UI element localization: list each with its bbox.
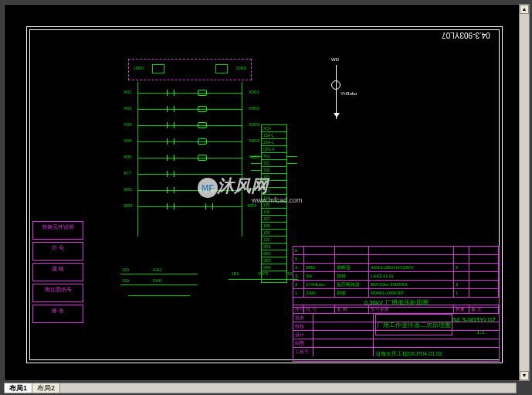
- terminal-strip: XC4 1SA-L 2SA-L QF1-4 701 701 702 101 10…: [261, 124, 287, 283]
- revision-table: 替换元件说明 符 号 规 格 附近图纸号 修 改: [32, 221, 83, 325]
- rev-cell: 替换元件说明: [32, 221, 83, 240]
- fuse-label-l: 1SRD: [134, 66, 144, 70]
- switch-group: 1RA 4SYR 702: [229, 271, 303, 295]
- terminal-row: SR4: [262, 264, 286, 271]
- project-name: 沿海水库工程DXJ704-01.02: [375, 350, 442, 358]
- terminal-row: 105: [262, 202, 286, 209]
- layout-tab-2[interactable]: 布局2: [32, 383, 60, 393]
- rev-cell: 规 格: [32, 263, 83, 281]
- terminal-row: 108: [262, 223, 286, 230]
- terminal-row: 106: [262, 209, 286, 216]
- terminal-row: 702: [262, 167, 286, 174]
- terminal-row: 109: [262, 230, 286, 237]
- fuse-2: [215, 64, 228, 73]
- terminal-row: SR1: [262, 243, 286, 250]
- scroll-up-button[interactable]: ▲: [520, 5, 529, 14]
- cad-viewport: 04.3-903YL07 WD YH3uko 1SRD 2SRD X01 X00…: [0, 0, 532, 395]
- rev-cell: 修 改: [32, 305, 83, 323]
- drawing-canvas[interactable]: 04.3-903YL07 WD YH3uko 1SRD 2SRD X01 X00…: [4, 4, 528, 381]
- layout-tab-1[interactable]: 布局1: [5, 383, 32, 393]
- terminal-row: 102: [262, 181, 286, 188]
- terminal-row: 104: [262, 195, 286, 202]
- fuse-1: [152, 64, 164, 73]
- terminal-row: SR3: [262, 257, 286, 264]
- fuse-label-r: 2SRD: [236, 66, 246, 70]
- single-line-diagram: WD YH3uko: [317, 65, 356, 127]
- title-block-lower: 序号 代 号 名 称 型号参数 数量 备 注 批准 校核 设计 制图 工程号 厂…: [293, 305, 499, 361]
- relay-group: 1SA A441 1SA D441: [120, 267, 213, 306]
- terminal-row: QF1-4: [262, 146, 286, 153]
- drawing-title: 厂用工作变压器二次原理图: [375, 314, 452, 335]
- sld-top-label: WD: [331, 57, 339, 62]
- rev-cell: 附近图纸号: [32, 284, 83, 302]
- terminal-row: XC4: [262, 125, 286, 132]
- terminal-row: 701: [262, 160, 286, 167]
- flipped-drawing-number: 04.3-903YL07: [442, 31, 490, 39]
- sld-mid-label: YH3uko: [341, 91, 357, 96]
- rev-cell: 符 号: [32, 242, 83, 260]
- terminal-row: 103: [262, 188, 286, 195]
- terminal-row: 2SA-L: [262, 139, 286, 146]
- terminal-row: 1SA-L: [262, 132, 286, 139]
- terminal-row: 110: [262, 237, 286, 243]
- scroll-down-button[interactable]: ▼: [520, 371, 529, 380]
- parts-list: 6 5 4SRD熔断器AM16-250A DC220V2 3SA按钮LA42-1…: [293, 247, 499, 305]
- fuse-enclosure: 1SRD 2SRD: [128, 59, 252, 80]
- drawing-number: 04.3-903YL07: [452, 316, 496, 324]
- terminal-row: 107: [262, 216, 286, 223]
- layout-tab-bar: 布局1 布局2: [4, 383, 517, 393]
- vertical-scrollbar[interactable]: ▲ ▼: [519, 4, 530, 381]
- terminal-row: SR2: [262, 250, 286, 257]
- terminal-row: 101: [262, 174, 286, 181]
- drawing-scale: 1:1: [476, 329, 485, 335]
- terminal-row: 701: [262, 153, 286, 160]
- title-block: 6 5 4SRD熔断器AM16-250A DC220V2 3SA按钮LA42-1…: [293, 246, 500, 362]
- schematic-block: 1SRD 2SRD X01 X001 X02 X002 X03 X003 X04…: [128, 59, 252, 244]
- ladder-diagram: X01 X001 X02 X002 X03 X003 X04 X004 X05 …: [128, 82, 252, 237]
